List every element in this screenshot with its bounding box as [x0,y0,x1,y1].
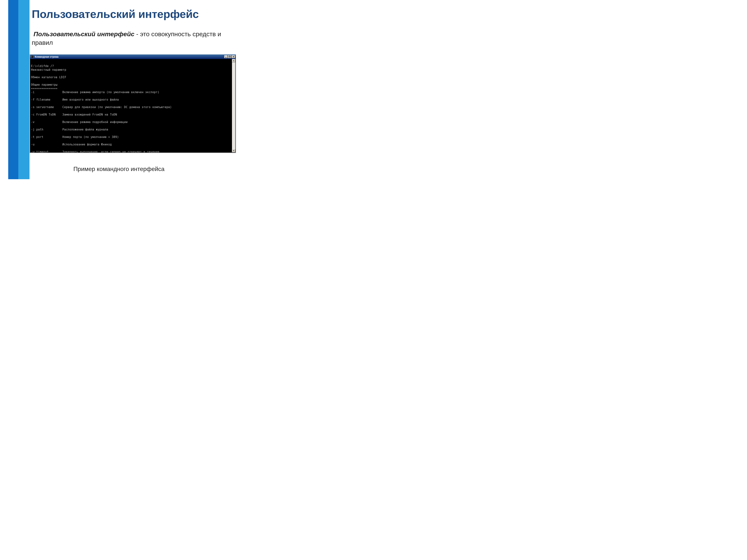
flag: -w timeout [31,150,62,152]
term-line: -s servernameСервер для привязки (по умо… [31,105,231,109]
body-lead: Пользовательский интерфейс [33,30,134,37]
flag: -i [31,90,62,94]
accent-bar [8,0,29,179]
close-button[interactable] [232,55,235,58]
slide-body: Пользовательский интерфейс - это совокуп… [32,30,227,47]
svg-rect-0 [225,57,227,57]
window-client: E:\>ldifde /? Неизвестный параметр Обмен… [30,59,235,152]
scroll-down-button[interactable] [232,149,235,152]
term-line: -j pathРасположение файла журнала [31,128,231,131]
term-line: -w timeoutЗавершать выполнение, если сер… [31,150,231,152]
flag-desc: Расположение файла журнала [62,128,108,131]
terminal-output[interactable]: E:\>ldifde /? Неизвестный параметр Обмен… [30,59,232,152]
accent-light [18,0,29,179]
term-line: =============== [31,87,57,90]
flag-desc: Имя входного или выходного файла [62,98,119,102]
window-controls [224,55,235,58]
flag: -u [31,142,62,146]
term-line: -vВключение режима подробной информации [31,120,231,124]
arrow-up-icon [233,60,234,61]
flag-desc: Завершать выполнение, если сервер не отв… [62,150,159,152]
scrollbar[interactable] [232,59,235,152]
accent-dark [8,0,18,179]
flag-desc: Включение режима импорта (по умолчанию в… [62,90,159,94]
flag: -s servername [31,105,62,109]
slide-caption: Пример командного интерфейса [0,166,238,172]
close-icon [232,56,234,58]
term-line: -uИспользование формата Юникод [31,142,231,146]
flag-desc: Включение режима подробной информации [62,120,128,124]
maximize-icon [229,56,231,58]
flag: -v [31,120,62,124]
flag-desc: Сервер для привязки (по умолчанию: DC до… [62,105,172,109]
svg-rect-2 [229,56,230,56]
term-line: Неизвестный параметр [31,68,66,72]
term-line: -f filenameИмя входного или выходного фа… [31,98,231,102]
flag-desc: Использование формата Юникод [62,142,112,146]
flag-desc: Замена вхождений FromDN на ToDN [62,113,117,116]
term-line: -c FromDN ToDNЗамена вхождений FromDN на… [31,113,231,116]
command-prompt-window: C:\ Командная строка E:\>ldifde /? Неизв… [29,54,236,153]
minimize-icon [225,56,227,58]
term-line: E:\>ldifde /? [31,64,54,68]
maximize-button[interactable] [228,55,231,58]
scroll-track[interactable] [232,62,235,149]
term-line: -t portНомер порта (по умолчанию = 389) [31,135,231,139]
term-line: Общие параметры [31,83,57,86]
flag: -c FromDN ToDN [31,113,62,116]
flag: -t port [31,135,62,139]
slide-title: Пользовательский интерфейс [32,8,230,20]
flag-desc: Номер порта (по умолчанию = 389) [62,135,119,139]
window-title: Командная строка [35,55,224,58]
app-icon: C:\ [31,55,34,58]
minimize-button[interactable] [224,55,228,58]
term-line: Обмен каталогов LDIF [31,76,66,79]
slide: Пользовательский интерфейс Пользовательс… [0,0,238,179]
flag: -j path [31,128,62,131]
arrow-down-icon [233,150,234,151]
scroll-up-button[interactable] [232,59,235,62]
window-titlebar[interactable]: C:\ Командная строка [30,54,236,59]
flag: -f filename [31,98,62,102]
term-line: -iВключение режима импорта (по умолчанию… [31,90,231,94]
